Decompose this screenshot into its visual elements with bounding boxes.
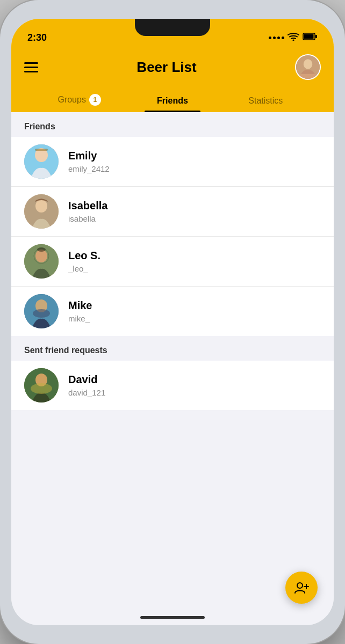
status-bar: 2:30 (11, 19, 334, 48)
svg-point-11 (35, 200, 47, 213)
svg-rect-3 (315, 35, 317, 38)
sent-requests-section-header: Sent friend requests (11, 336, 334, 361)
notch (135, 19, 210, 36)
friend-item-isabella[interactable]: Isabella isabella (11, 187, 334, 237)
svg-point-0 (293, 39, 294, 41)
tab-statistics[interactable]: Statistics (219, 91, 312, 112)
signal-icon (269, 36, 284, 39)
friend-info-emily: Emily emily_2412 (68, 150, 110, 173)
content-area: Friends Emily emily_2412 (11, 112, 334, 625)
friend-name-leo: Leo S. (68, 250, 100, 262)
svg-rect-2 (304, 34, 314, 39)
friend-username-emily: emily_2412 (68, 164, 110, 173)
battery-icon (303, 32, 318, 43)
svg-point-15 (37, 247, 46, 252)
friends-section-header: Friends (11, 112, 334, 137)
friend-item-leo[interactable]: Leo S. _leo_ (11, 237, 334, 287)
add-person-icon (294, 580, 309, 595)
friend-info-isabella: Isabella isabella (68, 200, 107, 223)
friend-username-leo: _leo_ (68, 264, 100, 273)
svg-point-22 (297, 583, 303, 588)
header-row: Beer List (24, 54, 321, 80)
friend-item-emily[interactable]: Emily emily_2412 (11, 137, 334, 187)
hamburger-menu-button[interactable] (24, 62, 38, 72)
friend-item-mike[interactable]: Mike mike_ (11, 287, 334, 336)
status-icons (269, 32, 318, 43)
app-title: Beer List (136, 59, 196, 76)
groups-badge: 1 (89, 94, 101, 106)
svg-point-21 (31, 383, 52, 394)
tab-bar: Groups 1 Friends Statistics (24, 89, 321, 112)
friend-avatar-leo (24, 244, 59, 279)
friend-name-isabella: Isabella (68, 200, 107, 212)
svg-point-5 (304, 59, 313, 69)
friend-avatar-emily (24, 144, 59, 179)
friend-avatar-mike (24, 294, 59, 328)
home-indicator[interactable] (140, 616, 205, 619)
friend-info-david: David david_121 (68, 374, 105, 397)
friend-info-leo: Leo S. _leo_ (68, 250, 100, 273)
friend-avatar-david (24, 368, 59, 402)
tab-statistics-label: Statistics (248, 96, 283, 106)
phone-shell: 2:30 (0, 0, 345, 644)
tab-friends[interactable]: Friends (126, 91, 219, 112)
user-avatar[interactable] (295, 54, 321, 80)
friend-name-mike: Mike (68, 299, 92, 312)
friend-avatar-isabella (24, 194, 59, 229)
svg-rect-9 (35, 149, 48, 151)
friend-name-david: David (68, 374, 105, 386)
wifi-icon (288, 32, 299, 43)
tab-groups-label: Groups (58, 95, 85, 105)
friend-username-david: david_121 (68, 388, 105, 397)
friend-username-isabella: isabella (68, 214, 107, 223)
header: Beer List Groups 1 Friends (11, 48, 334, 112)
tab-friends-label: Friends (157, 96, 188, 106)
status-time: 2:30 (27, 32, 47, 43)
screen: 2:30 (11, 19, 334, 625)
friend-name-emily: Emily (68, 150, 110, 162)
hamburger-line-3 (24, 71, 38, 72)
tab-groups[interactable]: Groups 1 (33, 89, 126, 112)
svg-point-18 (33, 309, 50, 318)
hamburger-line-2 (24, 67, 38, 68)
friend-item-david[interactable]: David david_121 (11, 361, 334, 410)
hamburger-line-1 (24, 62, 38, 64)
add-friend-button[interactable] (285, 572, 318, 604)
friend-info-mike: Mike mike_ (68, 299, 92, 323)
friends-list: Emily emily_2412 Isabella (11, 137, 334, 336)
sent-requests-list: David david_121 (11, 361, 334, 410)
friend-username-mike: mike_ (68, 314, 92, 323)
